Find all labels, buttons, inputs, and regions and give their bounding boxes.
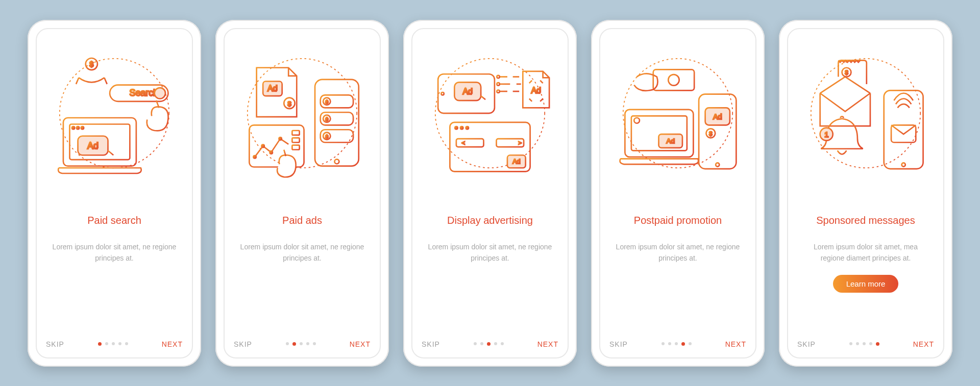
dot [501,342,504,345]
next-button[interactable]: NEXT [725,340,746,348]
screen-title: Display advertising [422,208,558,234]
next-button[interactable]: NEXT [537,340,558,348]
svg-text:1: 1 [824,130,828,138]
phone-screen: Ad Ad $ [599,28,756,358]
dot [118,342,121,345]
screen-title: Sponsored messages [797,208,934,234]
illustration-sponsored-messages: $ 1 [797,41,934,194]
onboarding-footer: SKIP NEXT [422,340,558,348]
screen-description: Lorem ipsum dolor sit amet, ne regione p… [46,241,183,264]
svg-point-8 [72,126,75,128]
phone-paid-search: $ Search [28,20,201,367]
screen-description: Lorem ipsum dolor sit amet, ne regione p… [609,241,746,264]
illustration-paid-ads: Ad $ [234,41,371,194]
svg-text:$: $ [326,134,329,139]
svg-point-52 [497,90,499,92]
svg-text:$: $ [709,130,712,136]
svg-point-20 [261,144,264,147]
dot [856,342,859,345]
screen-title: Paid ads [234,208,371,234]
onboarding-footer: SKIP NEXT [797,340,934,348]
svg-text:Ad: Ad [713,112,722,120]
dot [292,342,296,346]
dot [876,342,879,346]
svg-rect-23 [292,131,299,135]
skip-button[interactable]: SKIP [234,340,252,348]
page-indicator [98,342,128,346]
svg-point-22 [279,137,281,140]
skip-button[interactable]: SKIP [609,340,628,348]
svg-point-5 [155,88,165,98]
illustration-display-advertising: Ad Ad [422,41,558,194]
next-button[interactable]: NEXT [350,340,371,348]
screen-description: Lorem ipsum dolor sit amet, mea regione … [797,241,934,264]
onboarding-footer: SKIP NEXT [609,340,746,348]
learn-more-button[interactable]: Learn more [833,275,899,293]
phone-screen: Ad $ [224,28,381,358]
svg-point-29 [334,159,339,164]
svg-text:$: $ [845,69,848,75]
svg-point-9 [77,126,79,128]
phone-paid-ads: Ad $ [215,20,389,367]
dot [849,342,852,345]
next-button[interactable]: NEXT [913,340,934,348]
svg-rect-100 [884,90,923,169]
page-indicator [662,342,692,346]
dot [313,342,316,345]
svg-text:Ad: Ad [87,140,99,150]
svg-text:$: $ [288,100,291,107]
svg-text:Ad: Ad [462,86,473,95]
svg-point-50 [497,75,499,78]
svg-text:Ad: Ad [531,85,541,94]
dot [112,342,115,345]
phone-postpaid-promotion: Ad Ad $ [591,20,765,367]
svg-point-51 [497,83,499,85]
dot [869,342,872,345]
phone-screen: $ Search [36,28,193,358]
page-indicator [849,342,879,346]
illustration-postpaid-promotion: Ad Ad $ [609,41,746,194]
svg-rect-24 [292,138,299,142]
skip-button[interactable]: SKIP [422,340,440,348]
svg-rect-68 [653,69,694,90]
svg-point-56 [455,126,457,128]
onboarding-footer: SKIP NEXT [234,340,371,348]
screen-title: Postpaid promotion [609,208,746,234]
svg-point-10 [81,126,84,128]
dot [494,342,497,345]
page-indicator [286,342,316,346]
dot [306,342,309,345]
dot [474,342,477,345]
dot [105,342,108,345]
dot [675,342,678,345]
dot [300,342,303,345]
svg-text:$: $ [89,60,93,68]
dot [681,342,685,346]
dot [98,342,102,346]
svg-text:<: < [462,139,465,145]
svg-rect-59 [456,139,484,147]
dot [668,342,671,345]
svg-text:$: $ [326,116,329,122]
phone-display-advertising: Ad Ad [403,20,577,367]
svg-point-69 [668,74,679,85]
svg-text:Ad: Ad [667,137,675,145]
svg-text:Ad: Ad [512,158,520,165]
dot [125,342,128,345]
svg-point-93 [811,58,920,167]
page-indicator [474,342,504,346]
dot [689,342,692,345]
svg-point-47 [441,92,444,94]
dot [863,342,866,345]
skip-button[interactable]: SKIP [797,340,816,348]
skip-button[interactable]: SKIP [46,340,64,348]
next-button[interactable]: NEXT [162,340,183,348]
dot [286,342,289,345]
phone-sponsored-messages: $ 1 [779,20,952,367]
svg-point-103 [902,163,905,166]
onboarding-footer: SKIP NEXT [46,340,183,348]
screen-title: Paid search [46,208,183,234]
svg-rect-70 [625,109,693,157]
dot [480,342,483,345]
svg-point-84 [716,163,719,166]
